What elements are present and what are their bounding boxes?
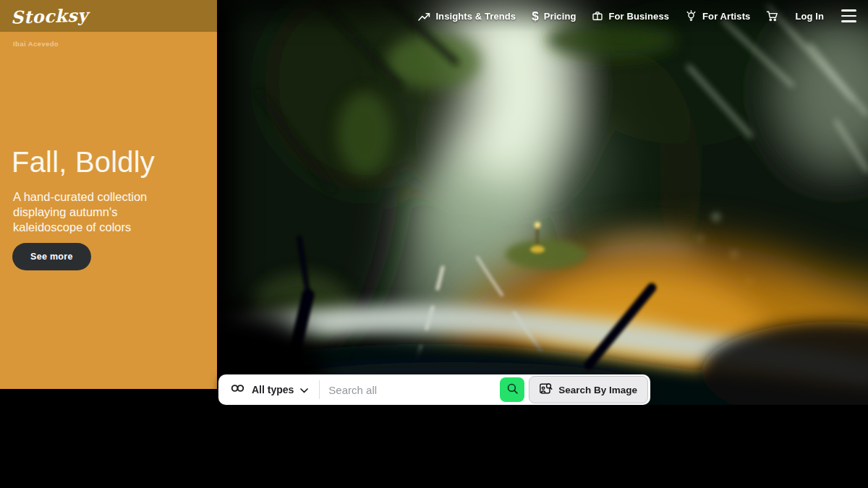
image-search-icon bbox=[540, 382, 553, 397]
magnifier-icon bbox=[506, 382, 519, 397]
cart-icon bbox=[766, 10, 779, 22]
search-button[interactable] bbox=[500, 377, 524, 402]
hero-panel: Stocksy Ibai Acevedo Fall, Boldly A hand… bbox=[0, 0, 217, 389]
type-filter-dropdown[interactable]: All types bbox=[218, 374, 319, 405]
cart-button[interactable] bbox=[766, 10, 779, 22]
stocksy-homepage: { "brand": { "logo_text": "Stocksy" }, "… bbox=[0, 0, 868, 488]
type-filter-label: All types bbox=[252, 384, 294, 395]
brand-band: Stocksy bbox=[0, 0, 217, 32]
search-bar: All types Search By Image bbox=[218, 374, 650, 405]
hamburger-menu-icon[interactable] bbox=[840, 7, 858, 25]
hero-photo-art bbox=[217, 0, 868, 405]
login-label: Log In bbox=[795, 11, 824, 22]
briefcase-icon bbox=[592, 10, 603, 22]
search-input[interactable] bbox=[320, 374, 500, 405]
hero-photo bbox=[217, 0, 868, 405]
nav-item-label: Insights & Trends bbox=[435, 11, 516, 22]
image-search-label: Search By Image bbox=[558, 385, 637, 395]
chevron-down-icon bbox=[300, 383, 308, 396]
artist-credit: Ibai Acevedo bbox=[13, 40, 59, 48]
login-button[interactable]: Log In bbox=[795, 11, 824, 22]
see-more-button[interactable]: See more bbox=[12, 243, 91, 270]
top-nav: Insights & Trends $ Pricing For Business bbox=[217, 0, 868, 32]
collection-subtitle: A hand-curated collection displaying aut… bbox=[13, 189, 161, 235]
lightbulb-icon bbox=[685, 10, 697, 22]
nav-item-label: Pricing bbox=[544, 11, 576, 22]
nav-item-pricing[interactable]: $ Pricing bbox=[532, 10, 576, 22]
collection-title: Fall, Boldly bbox=[12, 146, 155, 179]
search-by-image-button[interactable]: Search By Image bbox=[529, 376, 648, 403]
nav-item-insights-trends[interactable]: Insights & Trends bbox=[418, 11, 516, 22]
stocksy-logo[interactable]: Stocksy bbox=[11, 4, 89, 28]
nav-item-label: For Artists bbox=[702, 11, 750, 22]
infinity-icon bbox=[230, 382, 245, 397]
dollar-icon: $ bbox=[532, 10, 539, 22]
nav-item-for-artists[interactable]: For Artists bbox=[685, 10, 750, 22]
nav-item-label: For Business bbox=[608, 11, 669, 22]
nav-item-for-business[interactable]: For Business bbox=[592, 10, 669, 22]
trending-up-icon bbox=[418, 11, 430, 22]
